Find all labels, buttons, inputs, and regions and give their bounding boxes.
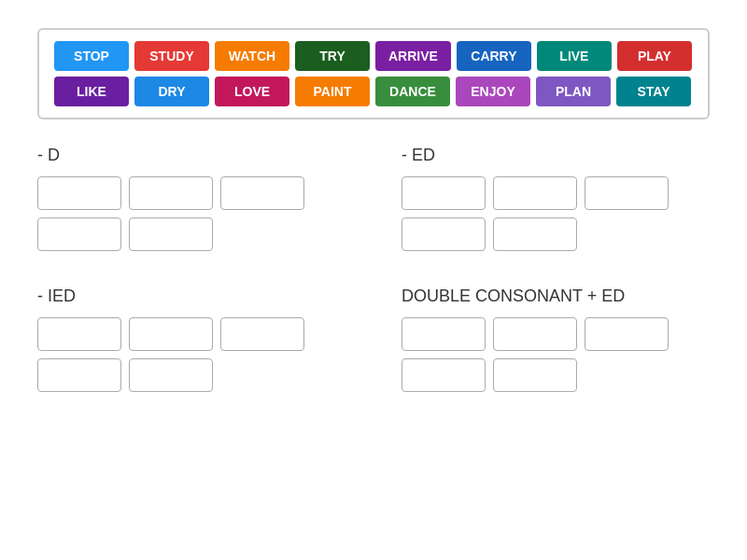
word-chip-dry[interactable]: DRY <box>134 77 209 106</box>
drop-row-ied-1 <box>37 358 345 392</box>
drop-box[interactable] <box>493 217 577 251</box>
drop-row-double-1 <box>402 358 710 392</box>
drop-box[interactable] <box>402 217 486 251</box>
word-chip-like[interactable]: LIKE <box>54 77 129 106</box>
word-chip-carry[interactable]: CARRY <box>457 41 531 71</box>
section-label-double: DOUBLE CONSONANT + ED <box>402 287 710 306</box>
drop-box[interactable] <box>493 358 577 392</box>
word-bank: STOPSTUDYWATCHTRYARRIVECARRYLIVEPLAYLIKE… <box>37 28 710 119</box>
section-ied: - IED <box>37 287 345 399</box>
drop-row-ed-1 <box>402 217 710 251</box>
drop-box[interactable] <box>37 176 121 210</box>
word-chip-watch[interactable]: WATCH <box>215 41 289 71</box>
drop-box[interactable] <box>493 176 577 210</box>
word-chip-stop[interactable]: STOP <box>54 41 129 71</box>
drop-row-double-0 <box>402 317 710 351</box>
word-chip-plan[interactable]: PLAN <box>536 77 611 106</box>
drop-box[interactable] <box>493 317 577 351</box>
drop-box[interactable] <box>402 358 486 392</box>
section-double: DOUBLE CONSONANT + ED <box>402 287 710 399</box>
drop-box[interactable] <box>129 358 213 392</box>
drop-row-d-1 <box>37 217 345 251</box>
word-chip-dance[interactable]: DANCE <box>375 77 450 106</box>
drop-box[interactable] <box>129 317 213 351</box>
word-chip-try[interactable]: TRY <box>295 41 370 71</box>
word-chip-love[interactable]: LOVE <box>215 77 289 106</box>
section-label-ed: - ED <box>402 146 710 165</box>
drop-row-ed-0 <box>402 176 710 210</box>
section-ed: - ED <box>402 146 710 259</box>
drop-box[interactable] <box>585 317 669 351</box>
word-chip-play[interactable]: PLAY <box>617 41 692 71</box>
word-chip-stay[interactable]: STAY <box>616 77 691 106</box>
drop-box[interactable] <box>402 176 486 210</box>
word-chip-arrive[interactable]: ARRIVE <box>375 41 451 71</box>
section-label-ied: - IED <box>37 287 345 306</box>
main-container: STOPSTUDYWATCHTRYARRIVECARRYLIVEPLAYLIKE… <box>0 0 747 427</box>
word-chip-enjoy[interactable]: ENJOY <box>456 77 530 106</box>
drop-box[interactable] <box>37 358 121 392</box>
drop-row-d-0 <box>37 176 345 210</box>
word-chip-live[interactable]: LIVE <box>537 41 612 71</box>
section-d: - D <box>37 146 345 259</box>
drop-box[interactable] <box>585 176 669 210</box>
drop-box[interactable] <box>220 176 304 210</box>
drop-box[interactable] <box>37 317 121 351</box>
word-chip-paint[interactable]: PAINT <box>295 77 370 106</box>
drop-box[interactable] <box>129 217 213 251</box>
section-label-d: - D <box>37 146 345 165</box>
drop-box[interactable] <box>37 217 121 251</box>
drop-box[interactable] <box>402 317 486 351</box>
drop-box[interactable] <box>220 317 304 351</box>
drop-box[interactable] <box>129 176 213 210</box>
sections-grid: - D- ED- IEDDOUBLE CONSONANT + ED <box>37 146 710 399</box>
word-chip-study[interactable]: STUDY <box>134 41 209 71</box>
drop-row-ied-0 <box>37 317 345 351</box>
